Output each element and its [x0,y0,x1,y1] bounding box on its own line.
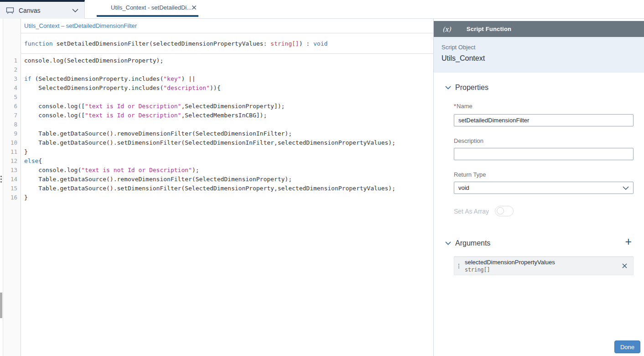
line-number: 9 [3,129,17,138]
line-number: 1 [3,56,17,65]
code-line[interactable]: Table.getDataSource().removeDimensionFil… [24,175,433,184]
name-input[interactable] [454,114,634,126]
close-icon[interactable] [192,5,197,10]
code-token: Table.getDataSource().removeDimensionFil… [24,130,292,137]
code-token: } [24,194,28,201]
code-line[interactable]: console.log(["text is Id or Description"… [24,111,433,120]
scrollbar-thumb[interactable] [0,293,2,318]
line-number: 14 [3,175,17,184]
code-token: Table.getDataSource().setDimensionFilter… [24,185,395,192]
description-input[interactable] [454,148,634,160]
editor-content: Utils_Context – setDetailedDimensionFilt… [21,19,433,356]
argument-item[interactable]: selectedDimensionPropertyValues string[] [454,257,634,275]
code-line[interactable]: Table.getDataSource().setDimensionFilter… [24,138,433,147]
code-token: Table.getDataSource().removeDimensionFil… [24,176,292,183]
line-number: 7 [3,111,17,120]
return-type-value: void [458,184,469,191]
code-token: )){ [210,84,220,91]
line-number: 16 [3,193,17,202]
arguments-section-header[interactable]: Arguments [445,238,490,248]
script-function-panel: (x) Script Function Script Object Utils_… [434,19,644,356]
code-token: SelectedDimensionProperty.includes( [24,84,163,91]
code-token: ); [192,167,199,173]
canvas-selector-label: Canvas [19,7,72,14]
line-number: 8 [3,120,17,129]
tab-label: Utils_Context - setDetailedDi... [111,4,192,11]
line-number: 3 [3,74,17,84]
line-number: 12 [3,157,17,166]
editor-title-bar: Utils_Context – setDetailedDimensionFilt… [21,19,433,33]
code-token: "key" [163,75,181,82]
code-line[interactable]: Table.getDataSource().removeDimensionFil… [24,129,433,138]
code-line[interactable] [24,93,433,102]
script-editor-region: 12345678910111213141516 Utils_Context – … [0,19,433,356]
top-bar: Canvas Utils_Context - setDetailedDi... [0,0,644,19]
code-token: "text is not Id or Description" [81,167,192,173]
code-token: console.log(SelectedDimensionProperty); [24,57,163,64]
editor-gutter: 12345678910111213141516 [3,19,21,356]
code-line[interactable]: console.log("text is not Id or Descripti… [24,166,433,175]
code-token: console.log( [24,167,81,173]
code-token: Table.getDataSource().setDimensionFilter… [24,139,395,146]
code-line[interactable]: } [24,147,433,157]
code-token: "description" [163,84,210,91]
line-number: 5 [3,93,17,102]
code-line[interactable]: console.log(["text is Id or Description"… [24,102,433,111]
line-number: 11 [3,147,17,157]
canvas-icon [6,7,14,14]
code-token: console.log([ [24,112,85,119]
properties-heading: Properties [455,84,488,92]
code-line[interactable]: Table.getDataSource().setDimensionFilter… [24,184,433,193]
code-token: { [38,157,42,164]
function-icon: (x) [442,26,451,33]
return-type-select[interactable]: void [454,182,634,194]
code-line[interactable]: else{ [24,157,433,166]
drag-handle-icon[interactable] [0,176,2,183]
code-token: "text is Id or Description" [85,112,181,119]
name-field-label: *Name [454,103,473,110]
required-marker: * [454,103,456,110]
chevron-down-icon [445,241,451,245]
line-number: 6 [3,102,17,111]
line-number: 2 [3,65,17,74]
set-as-array-row: Set As Array [454,206,514,216]
properties-section-header[interactable]: Properties [445,83,488,93]
script-object-value: Utils_Context [441,54,644,63]
code-line[interactable]: SelectedDimensionProperty.includes("desc… [24,84,433,93]
code-line[interactable]: if (SelectedDimensionProperty.includes("… [24,74,433,84]
line-numbers: 12345678910111213141516 [3,19,21,202]
code-token: void [313,40,327,47]
code-token: if [24,75,31,82]
toggle-knob [497,207,504,215]
panel-header: (x) Script Function [434,21,644,37]
editor-title: Utils_Context – setDetailedDimensionFilt… [24,22,137,29]
done-button[interactable]: Done [614,340,640,353]
script-object-section: Script Object Utils_Context [434,37,644,73]
remove-argument-icon[interactable] [622,263,628,269]
code-token: (SelectedDimensionProperty.includes( [31,75,164,82]
chevron-down-icon [72,9,78,12]
code-line[interactable] [24,120,433,129]
line-number: 13 [3,166,17,175]
code-token: ) : [299,40,313,47]
code-token: function [24,40,56,47]
code-token: console.log([ [24,103,85,110]
code-editor[interactable]: console.log(SelectedDimensionProperty);i… [21,54,433,202]
tab-utils-context[interactable]: Utils_Context - setDetailedDi... [97,0,198,17]
script-object-label: Script Object [441,44,644,51]
canvas-page-selector[interactable]: Canvas [0,0,85,19]
chevron-down-icon [445,86,451,89]
left-rail [0,19,3,356]
code-line[interactable] [24,65,433,74]
description-field-label: Description [454,137,483,144]
code-token: else [24,157,38,164]
argument-type: string[] [465,267,555,273]
set-as-array-toggle [495,206,514,216]
code-token: "text is Id or Description" [85,103,181,110]
line-number: 15 [3,184,17,193]
code-line[interactable]: console.log(SelectedDimensionProperty); [24,56,433,65]
code-line[interactable]: } [24,193,433,202]
drag-handle-icon[interactable] [458,264,459,268]
add-argument-button[interactable]: + [625,236,632,247]
line-number: 4 [3,84,17,93]
